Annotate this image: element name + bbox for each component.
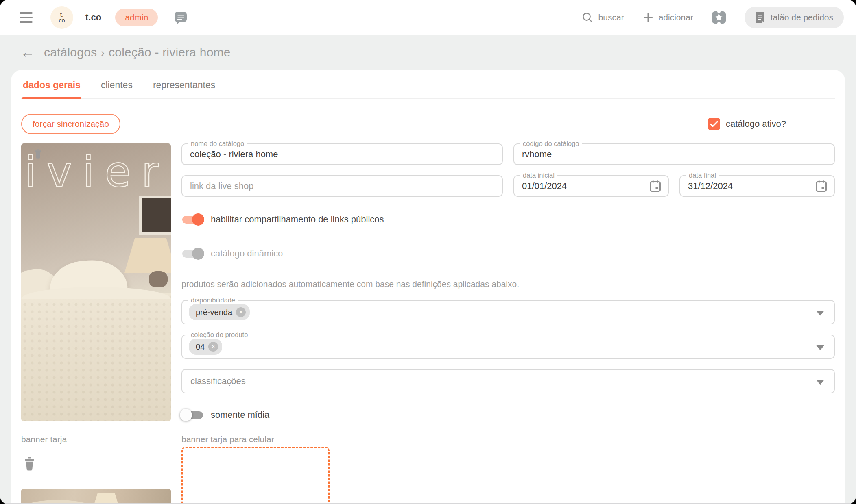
start-date-label: data inicial [520,172,557,180]
cover-overlay-word: ivier [23,146,171,199]
brand-name: t.co [85,12,101,23]
svg-text:ivier: ivier [24,147,169,197]
date-fields: data inicial [513,175,835,197]
search-label: buscar [598,13,624,22]
force-sync-button[interactable]: forçar sincronização [21,114,120,134]
catalog-card: dados gerais clientes representantes for… [11,70,845,504]
search-icon [582,12,593,23]
brand-logo-line2: co [59,17,65,23]
chevron-down-icon[interactable] [816,345,824,350]
chat-icon[interactable] [174,11,188,24]
banner-strip-lamp-decoration [91,493,121,504]
tab-representantes[interactable]: representantes [152,70,216,98]
dynamic-catalog-toggle-row: catálogo dinâmico [181,247,835,261]
cover-photo-frame-decoration [139,196,171,235]
availability-chip[interactable]: pré-venda × [189,304,250,320]
catalog-active-label: catálogo ativo? [726,119,786,129]
product-collection-label: coleção do produto [188,331,251,339]
catalog-active-checkbox-row[interactable]: catálogo ativo? [708,118,786,130]
form-column: nome do catálogo código do catálogo d [181,143,835,422]
banner-strip-image[interactable] [21,489,171,504]
tab-dados-gerais[interactable]: dados gerais [22,70,81,98]
dynamic-catalog-toggle[interactable] [181,247,204,261]
share-links-label: habilitar compartilhamento de links públ… [211,214,384,225]
menu-icon[interactable] [18,11,34,24]
breadcrumb-separator: › [101,47,105,59]
catalog-name-field: nome do catálogo [181,143,503,165]
order-pad-button[interactable]: talão de pedidos [745,7,844,28]
cover-lamp-decoration [124,238,171,273]
product-collection-chip[interactable]: 04 × [189,339,222,355]
favorites-button[interactable] [712,11,726,24]
star-ticket-icon [712,11,726,24]
top-bar-left: t. co t.co admin [18,6,188,29]
form-row-1: nome do catálogo código do catálogo [181,143,835,165]
banner-section: banner tarja banner tarja para celular [21,434,835,504]
catalog-active-checkbox[interactable] [708,118,720,130]
chevron-down-icon[interactable] [816,380,824,385]
classifications-placeholder: classificações [189,376,246,387]
receipt-icon [755,11,765,24]
breadcrumb-current: coleção - riviera home [109,46,231,59]
add-label: adicionar [659,13,693,22]
banner-strip-label: banner tarja [21,434,171,444]
chip-remove-icon[interactable]: × [236,307,246,317]
end-date-label: data final [686,172,719,180]
order-pad-label: talão de pedidos [771,13,833,22]
catalog-code-label: código do catálogo [520,140,582,148]
dynamic-catalog-label: catálogo dinâmico [211,248,283,259]
media-only-toggle[interactable] [181,408,204,422]
chevron-down-icon[interactable] [816,311,824,315]
tab-bar: dados gerais clientes representantes [21,70,835,99]
availability-select[interactable]: disponibilidade pré-venda × [181,300,835,324]
actions-row: forçar sincronização catálogo ativo? [21,114,835,134]
banner-delete-trash-icon[interactable] [24,457,35,471]
banner-mobile-dropzone[interactable] [181,447,330,504]
banner-strip-column: banner tarja [21,434,171,504]
cover-lamp-base-decoration [149,271,168,287]
top-bar-right: buscar adicionar [582,7,844,28]
classifications-select[interactable]: classificações [181,369,835,393]
chip-remove-icon[interactable]: × [208,342,218,352]
top-bar: t. co t.co admin [0,0,856,35]
share-links-toggle[interactable] [181,213,204,226]
search-button[interactable]: buscar [582,12,624,23]
main-grid: ivier nome do catálogo [21,143,835,422]
media-only-label: somente mídia [211,410,269,420]
cover-bedspread-decoration [21,293,171,421]
catalog-name-label: nome do catálogo [188,140,247,148]
calendar-icon[interactable] [816,180,827,192]
plus-icon [643,12,653,23]
live-shop-link-field [181,175,503,197]
role-badge[interactable]: admin [115,9,158,26]
brand-logo[interactable]: t. co [50,6,73,29]
product-collection-select[interactable]: coleção do produto 04 × [181,335,835,359]
banner-mobile-column: banner tarja para celular [181,434,835,504]
check-icon [710,121,718,127]
banner-mobile-label: banner tarja para celular [181,434,835,444]
auto-add-note: produtos serão adicionados automaticamen… [181,279,835,289]
media-only-toggle-row: somente mídia [181,408,835,422]
availability-label: disponibilidade [188,296,238,304]
catalog-cover-image[interactable]: ivier [21,143,171,421]
start-date-field: data inicial [513,175,669,197]
catalog-code-field: código do catálogo [513,143,835,165]
cover-delete-trash-icon[interactable] [35,149,41,159]
tab-clientes[interactable]: clientes [100,70,133,98]
form-row-2: data inicial [181,175,835,197]
app-window: t. co t.co admin [0,0,856,504]
back-arrow-icon[interactable]: ← [20,45,35,60]
chip-label: 04 [196,342,205,352]
add-button[interactable]: adicionar [643,12,693,23]
share-links-toggle-row: habilitar compartilhamento de links públ… [181,213,835,226]
calendar-icon[interactable] [650,180,661,192]
live-shop-link-input[interactable] [182,176,502,196]
breadcrumb: ← catálogos›coleção - riviera home [0,35,856,70]
chip-label: pré-venda [196,308,232,317]
breadcrumb-parent[interactable]: catálogos [44,46,97,59]
end-date-field: data final [679,175,835,197]
